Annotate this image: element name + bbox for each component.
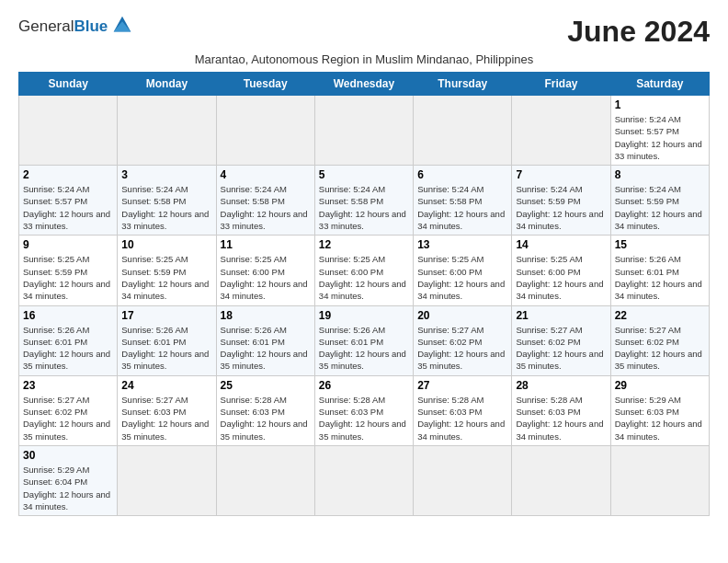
calendar-cell <box>414 96 512 166</box>
calendar-cell: 25Sunrise: 5:28 AMSunset: 6:03 PMDayligh… <box>216 375 314 445</box>
header: GeneralBlue June 2024 <box>18 15 710 49</box>
day-number: 19 <box>319 309 409 322</box>
weekday-header-saturday: Saturday <box>610 73 709 96</box>
calendar-cell: 15Sunrise: 5:26 AMSunset: 6:01 PMDayligh… <box>610 236 709 305</box>
calendar-cell: 7Sunrise: 5:24 AMSunset: 5:59 PMDaylight… <box>512 166 610 236</box>
day-info: Sunrise: 5:27 AMSunset: 6:02 PMDaylight:… <box>23 394 113 442</box>
calendar-cell: 12Sunrise: 5:25 AMSunset: 6:00 PMDayligh… <box>314 236 413 305</box>
calendar-cell: 17Sunrise: 5:26 AMSunset: 6:01 PMDayligh… <box>118 305 216 375</box>
day-number: 27 <box>417 379 507 392</box>
day-number: 2 <box>23 168 113 181</box>
day-number: 10 <box>121 238 211 251</box>
calendar-cell: 30Sunrise: 5:29 AMSunset: 6:04 PMDayligh… <box>19 445 118 515</box>
calendar-cell <box>314 96 413 166</box>
calendar-cell <box>118 96 216 166</box>
day-number: 20 <box>417 309 507 322</box>
day-info: Sunrise: 5:26 AMSunset: 6:01 PMDaylight:… <box>319 324 409 373</box>
day-info: Sunrise: 5:25 AMSunset: 5:59 PMDaylight:… <box>23 253 113 302</box>
calendar-cell: 21Sunrise: 5:27 AMSunset: 6:02 PMDayligh… <box>512 305 610 375</box>
day-number: 25 <box>221 379 311 392</box>
calendar-cell: 28Sunrise: 5:28 AMSunset: 6:03 PMDayligh… <box>512 375 610 445</box>
day-info: Sunrise: 5:24 AMSunset: 5:58 PMDaylight:… <box>221 183 311 232</box>
calendar-cell: 26Sunrise: 5:28 AMSunset: 6:03 PMDayligh… <box>314 375 413 445</box>
calendar-cell: 6Sunrise: 5:24 AMSunset: 5:58 PMDaylight… <box>414 166 512 236</box>
day-info: Sunrise: 5:26 AMSunset: 6:01 PMDaylight:… <box>121 324 211 373</box>
calendar-week-2: 2Sunrise: 5:24 AMSunset: 5:57 PMDaylight… <box>19 166 710 236</box>
weekday-header-tuesday: Tuesday <box>216 73 314 96</box>
logo-icon <box>109 13 135 39</box>
calendar-week-6: 30Sunrise: 5:29 AMSunset: 6:04 PMDayligh… <box>19 445 710 515</box>
calendar-cell <box>610 445 709 515</box>
calendar-week-1: 1Sunrise: 5:24 AMSunset: 5:57 PMDaylight… <box>19 96 710 166</box>
calendar-week-4: 16Sunrise: 5:26 AMSunset: 6:01 PMDayligh… <box>19 305 710 375</box>
logo: GeneralBlue <box>18 15 135 39</box>
calendar-cell: 27Sunrise: 5:28 AMSunset: 6:03 PMDayligh… <box>414 375 512 445</box>
day-info: Sunrise: 5:24 AMSunset: 5:58 PMDaylight:… <box>319 183 409 232</box>
day-info: Sunrise: 5:28 AMSunset: 6:03 PMDaylight:… <box>417 394 507 442</box>
calendar-cell: 11Sunrise: 5:25 AMSunset: 6:00 PMDayligh… <box>216 236 314 305</box>
day-number: 6 <box>417 168 507 181</box>
day-info: Sunrise: 5:26 AMSunset: 6:01 PMDaylight:… <box>221 324 311 373</box>
subtitle: Marantao, Autonomous Region in Muslim Mi… <box>18 52 710 66</box>
day-info: Sunrise: 5:25 AMSunset: 5:59 PMDaylight:… <box>121 253 211 302</box>
month-title: June 2024 <box>567 15 710 49</box>
day-number: 28 <box>516 379 606 392</box>
day-info: Sunrise: 5:24 AMSunset: 5:59 PMDaylight:… <box>615 183 705 232</box>
calendar-week-5: 23Sunrise: 5:27 AMSunset: 6:02 PMDayligh… <box>19 375 710 445</box>
day-number: 23 <box>23 379 113 392</box>
day-info: Sunrise: 5:27 AMSunset: 6:03 PMDaylight:… <box>121 394 211 442</box>
day-info: Sunrise: 5:28 AMSunset: 6:03 PMDaylight:… <box>516 394 606 442</box>
day-number: 1 <box>615 98 705 111</box>
weekday-header-thursday: Thursday <box>414 73 512 96</box>
calendar-cell: 24Sunrise: 5:27 AMSunset: 6:03 PMDayligh… <box>118 375 216 445</box>
calendar-cell <box>512 96 610 166</box>
weekday-header-wednesday: Wednesday <box>314 73 413 96</box>
calendar-cell: 14Sunrise: 5:25 AMSunset: 6:00 PMDayligh… <box>512 236 610 305</box>
day-info: Sunrise: 5:24 AMSunset: 5:58 PMDaylight:… <box>417 183 507 232</box>
weekday-header-monday: Monday <box>118 73 216 96</box>
day-number: 13 <box>417 238 507 251</box>
calendar-cell <box>19 96 118 166</box>
day-info: Sunrise: 5:29 AMSunset: 6:04 PMDaylight:… <box>23 464 113 512</box>
calendar-cell: 13Sunrise: 5:25 AMSunset: 6:00 PMDayligh… <box>414 236 512 305</box>
day-number: 14 <box>516 238 606 251</box>
calendar-cell: 5Sunrise: 5:24 AMSunset: 5:58 PMDaylight… <box>314 166 413 236</box>
day-info: Sunrise: 5:24 AMSunset: 5:58 PMDaylight:… <box>121 183 211 232</box>
day-number: 5 <box>319 168 409 181</box>
day-info: Sunrise: 5:27 AMSunset: 6:02 PMDaylight:… <box>516 324 606 373</box>
calendar-cell: 29Sunrise: 5:29 AMSunset: 6:03 PMDayligh… <box>610 375 709 445</box>
calendar-cell: 19Sunrise: 5:26 AMSunset: 6:01 PMDayligh… <box>314 305 413 375</box>
day-number: 11 <box>221 238 311 251</box>
calendar-cell: 23Sunrise: 5:27 AMSunset: 6:02 PMDayligh… <box>19 375 118 445</box>
day-number: 17 <box>121 309 211 322</box>
calendar-cell: 9Sunrise: 5:25 AMSunset: 5:59 PMDaylight… <box>19 236 118 305</box>
day-info: Sunrise: 5:28 AMSunset: 6:03 PMDaylight:… <box>319 394 409 442</box>
calendar-cell <box>414 445 512 515</box>
calendar-cell: 10Sunrise: 5:25 AMSunset: 5:59 PMDayligh… <box>118 236 216 305</box>
weekday-header-friday: Friday <box>512 73 610 96</box>
day-number: 8 <box>615 168 705 181</box>
day-number: 18 <box>221 309 311 322</box>
calendar-cell <box>216 445 314 515</box>
weekday-header-row: SundayMondayTuesdayWednesdayThursdayFrid… <box>19 73 710 96</box>
day-number: 30 <box>23 449 113 462</box>
day-info: Sunrise: 5:25 AMSunset: 6:00 PMDaylight:… <box>417 253 507 302</box>
calendar-cell: 22Sunrise: 5:27 AMSunset: 6:02 PMDayligh… <box>610 305 709 375</box>
calendar-cell: 18Sunrise: 5:26 AMSunset: 6:01 PMDayligh… <box>216 305 314 375</box>
calendar-cell: 1Sunrise: 5:24 AMSunset: 5:57 PMDaylight… <box>610 96 709 166</box>
day-info: Sunrise: 5:25 AMSunset: 6:00 PMDaylight:… <box>221 253 311 302</box>
calendar-cell: 2Sunrise: 5:24 AMSunset: 5:57 PMDaylight… <box>19 166 118 236</box>
day-info: Sunrise: 5:24 AMSunset: 5:59 PMDaylight:… <box>516 183 606 232</box>
day-number: 12 <box>319 238 409 251</box>
day-number: 29 <box>615 379 705 392</box>
day-number: 4 <box>221 168 311 181</box>
day-info: Sunrise: 5:25 AMSunset: 6:00 PMDaylight:… <box>516 253 606 302</box>
calendar-cell <box>216 96 314 166</box>
calendar-table: SundayMondayTuesdayWednesdayThursdayFrid… <box>18 72 710 516</box>
day-info: Sunrise: 5:25 AMSunset: 6:00 PMDaylight:… <box>319 253 409 302</box>
day-number: 21 <box>516 309 606 322</box>
weekday-header-sunday: Sunday <box>19 73 118 96</box>
calendar-cell <box>512 445 610 515</box>
day-number: 7 <box>516 168 606 181</box>
day-info: Sunrise: 5:29 AMSunset: 6:03 PMDaylight:… <box>615 394 705 442</box>
